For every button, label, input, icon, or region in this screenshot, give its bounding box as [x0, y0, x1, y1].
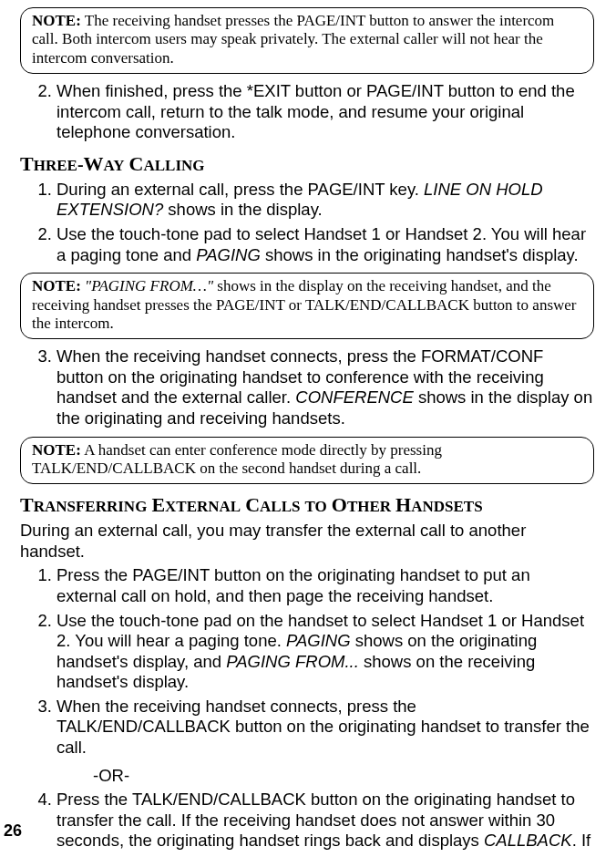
- list-c-cont: Press the TALK/END/CALLBACK button on th…: [20, 790, 594, 852]
- note-box-1: NOTE: The receiving handset presses the …: [20, 7, 594, 74]
- list-c-item-1: Press the PAGE/INT button on the origina…: [56, 565, 594, 606]
- list-b-item-3: When the receiving handset connects, pre…: [56, 346, 594, 428]
- list-b-part2: When the receiving handset connects, pre…: [20, 346, 594, 428]
- list-b-item-1: During an external call, press the PAGE/…: [56, 180, 594, 221]
- note-text: The receiving handset presses the PAGE/I…: [32, 12, 554, 67]
- note-box-3: NOTE: A handset can enter conference mod…: [20, 437, 594, 485]
- heading-transferring: TRANSFERRING EXTERNAL CALLS TO OTHER HAN…: [20, 493, 594, 517]
- note-label: NOTE:: [32, 441, 81, 459]
- list-c-item-2: Use the touch-tone pad on the handset to…: [56, 611, 594, 693]
- heading-three-way: THREE-WAY CALLING: [20, 152, 594, 176]
- note-label: NOTE:: [32, 12, 81, 29]
- or-separator: -OR-: [93, 766, 594, 787]
- list-c-item-4: Press the TALK/END/CALLBACK button on th…: [56, 790, 594, 852]
- italic-text: CALLBACK: [484, 831, 572, 850]
- italic-text: PAGING: [196, 245, 261, 264]
- note-text: A handset can enter conference mode dire…: [32, 441, 442, 477]
- list-b-part1: During an external call, press the PAGE/…: [20, 180, 594, 265]
- list-a: When finished, press the *EXIT button or…: [20, 81, 594, 143]
- italic-text: CONFERENCE: [295, 387, 414, 407]
- text: . If: [572, 831, 591, 850]
- note-label: NOTE:: [32, 277, 81, 294]
- note-quote: "PAGING FROM…": [81, 277, 213, 294]
- page-number: 26: [4, 821, 22, 841]
- italic-text: PAGING: [286, 631, 351, 650]
- text: shows in the originating handset's displ…: [261, 245, 579, 264]
- italic-text: PAGING FROM...: [226, 652, 359, 671]
- note-box-2: NOTE: "PAGING FROM…" shows in the displa…: [20, 273, 594, 339]
- page: NOTE: The receiving handset presses the …: [0, 0, 616, 857]
- text: shows in the display.: [163, 200, 322, 219]
- list-a-item-2: When finished, press the *EXIT button or…: [56, 81, 594, 143]
- list-b-item-2: Use the touch-tone pad to select Handset…: [56, 224, 594, 265]
- list-c-item-3: When the receiving handset connects, pre…: [56, 697, 594, 759]
- text: During an external call, press the PAGE/…: [56, 180, 424, 199]
- list-c: Press the PAGE/INT button on the origina…: [20, 565, 594, 758]
- paragraph-transfer: During an external call, you may transfe…: [20, 521, 594, 562]
